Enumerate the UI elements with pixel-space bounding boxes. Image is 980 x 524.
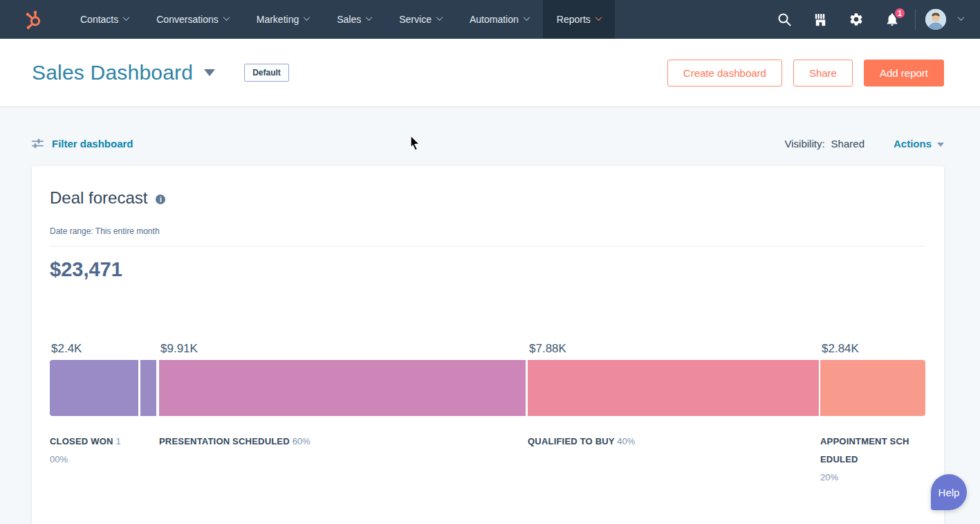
funnel-segment-closed-won[interactable]	[140, 360, 156, 416]
nav-item-reports[interactable]: Reports	[543, 0, 615, 39]
filter-dashboard-link[interactable]: Filter dashboard	[32, 138, 133, 150]
header-actions: Create dashboard Share Add report	[667, 60, 944, 87]
date-range: Date range: This entire month	[50, 226, 925, 236]
funnel-segment-presentation-scheduled[interactable]	[159, 360, 526, 416]
report-title-row: Deal forecast i	[50, 188, 925, 208]
nav-item-sales[interactable]: Sales	[323, 0, 385, 39]
stage-value-presentation-scheduled: $9.91K	[160, 342, 198, 356]
actions-label: Actions	[894, 138, 932, 150]
chevron-down-icon	[366, 14, 373, 21]
actions-dropdown[interactable]: Actions	[894, 138, 944, 150]
avatar[interactable]	[925, 9, 946, 30]
card-divider	[50, 246, 925, 246]
funnel-chart: $2.4K$9.91K$7.88K$2.84K CLOSED WON 100%P…	[50, 336, 925, 498]
default-badge: Default	[244, 64, 289, 82]
chevron-down-icon	[958, 14, 965, 21]
funnel-values-row: $2.4K$9.91K$7.88K$2.84K	[50, 336, 925, 356]
stage-label-presentation-scheduled: PRESENTATION SCHEDULED 60%	[159, 433, 456, 451]
dashboard-title-group: Sales Dashboard Default	[32, 61, 289, 84]
chevron-down-icon	[595, 14, 602, 21]
nav-item-service[interactable]: Service	[385, 0, 456, 39]
add-report-button[interactable]: Add report	[864, 60, 944, 87]
stage-value-qualified-to-buy: $7.88K	[529, 342, 566, 356]
date-range-label: Date range:	[50, 226, 93, 236]
topbar-divider	[915, 9, 916, 30]
page-title: Sales Dashboard	[32, 61, 193, 84]
search-icon[interactable]	[771, 6, 797, 33]
chevron-down-icon	[304, 14, 311, 21]
funnel-segment-qualified-to-buy[interactable]	[528, 360, 819, 416]
stage-label-closed-won: CLOSED WON 100%	[50, 433, 147, 469]
nav-item-conversations[interactable]: Conversations	[142, 0, 243, 39]
hubspot-logo[interactable]	[0, 0, 66, 39]
marketplace-icon[interactable]	[807, 6, 833, 33]
filter-sliders-icon	[32, 138, 44, 149]
stage-value-appointment-scheduled: $2.84K	[822, 342, 859, 356]
chevron-down-icon	[436, 14, 443, 21]
primary-nav: Contacts Conversations Marketing Sales S…	[66, 0, 615, 39]
date-range-value: This entire month	[95, 226, 160, 236]
help-button[interactable]: Help	[931, 474, 967, 510]
top-navigation: Contacts Conversations Marketing Sales S…	[0, 0, 980, 39]
nav-item-contacts[interactable]: Contacts	[66, 0, 142, 39]
deal-forecast-report-card: Deal forecast i Date range: This entire …	[32, 166, 944, 524]
funnel-segment-appointment-scheduled[interactable]	[820, 360, 925, 416]
settings-icon[interactable]	[843, 6, 869, 33]
nav-label: Contacts	[80, 14, 118, 25]
funnel-bars-row	[50, 360, 925, 416]
dashboard-toolbar: Filter dashboard Visibility: Shared Acti…	[32, 134, 944, 154]
topbar-utilities: 1	[771, 0, 980, 39]
chevron-down-icon	[123, 14, 130, 21]
nav-label: Marketing	[257, 14, 299, 25]
dashboard-switcher-caret-icon[interactable]	[204, 69, 215, 76]
report-title[interactable]: Deal forecast	[50, 188, 147, 208]
info-icon[interactable]: i	[156, 195, 165, 204]
notification-count-badge[interactable]: 1	[894, 7, 906, 19]
create-dashboard-button[interactable]: Create dashboard	[667, 60, 782, 87]
visibility-label: Visibility:	[785, 138, 825, 150]
chevron-down-icon	[523, 14, 530, 21]
share-button[interactable]: Share	[793, 60, 853, 87]
nav-item-automation[interactable]: Automation	[456, 0, 543, 39]
notifications-icon[interactable]: 1	[879, 6, 905, 33]
nav-label: Automation	[470, 14, 519, 25]
chevron-down-icon	[223, 14, 230, 21]
toolbar-right: Visibility: Shared Actions	[785, 138, 944, 150]
caret-down-icon	[937, 143, 944, 147]
funnel-labels-row: CLOSED WON 100%PRESENTATION SCHEDULED 60…	[50, 433, 925, 498]
hubspot-sprocket-icon	[24, 10, 43, 29]
nav-label: Sales	[337, 14, 361, 25]
nav-label: Service	[399, 14, 432, 25]
visibility-value: Shared	[831, 138, 865, 150]
forecast-total: $23,471	[50, 258, 925, 281]
account-menu[interactable]	[925, 9, 963, 30]
funnel-segment-closed-won[interactable]	[50, 360, 138, 416]
nav-label: Reports	[557, 14, 591, 25]
stage-label-appointment-scheduled: APPOINTMENT SCHEDULED20%	[820, 433, 925, 487]
filter-dashboard-label: Filter dashboard	[52, 138, 133, 150]
nav-item-marketing[interactable]: Marketing	[243, 0, 323, 39]
stage-label-qualified-to-buy: QUALIFIED TO BUY 40%	[528, 433, 818, 451]
stage-value-closed-won: $2.4K	[51, 342, 82, 356]
dashboard-header: Sales Dashboard Default Create dashboard…	[0, 39, 980, 107]
nav-label: Conversations	[156, 14, 219, 25]
